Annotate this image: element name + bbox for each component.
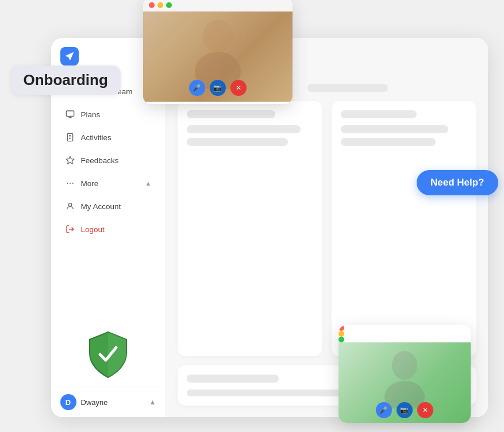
svg-point-0 bbox=[203, 20, 233, 52]
video-card-top: 🎤 📷 ✕ bbox=[143, 0, 293, 104]
my-account-label: My Account bbox=[81, 202, 121, 211]
window-controls-bottom bbox=[338, 325, 471, 342]
onboarding-label: Onboarding bbox=[24, 71, 108, 88]
dot-red bbox=[149, 2, 155, 8]
skeleton-card2-line1 bbox=[341, 125, 448, 133]
dot-yellow bbox=[157, 2, 163, 8]
logout-icon bbox=[65, 224, 75, 234]
skeleton-card2-line2 bbox=[341, 138, 436, 146]
video-button-top[interactable]: 📷 bbox=[210, 80, 226, 96]
video-button-bottom[interactable]: 📷 bbox=[397, 402, 413, 418]
svg-point-9 bbox=[72, 183, 73, 184]
sidebar-item-more[interactable]: More ▲ bbox=[56, 172, 161, 194]
video-thumbnail-bottom: 🎤 📷 ✕ bbox=[338, 342, 471, 423]
skeleton-bottom1-title bbox=[187, 375, 279, 383]
activities-label: Activities bbox=[81, 133, 111, 142]
skeleton-2 bbox=[307, 84, 388, 92]
dot-yellow-bottom bbox=[338, 331, 344, 337]
sidebar-item-plans[interactable]: Plans bbox=[56, 103, 161, 125]
mic-button-top[interactable]: 🎤 bbox=[189, 80, 205, 96]
shield-area bbox=[51, 318, 166, 387]
hangup-button-bottom[interactable]: ✕ bbox=[417, 402, 433, 418]
video-thumbnail-top: 🎤 📷 ✕ bbox=[143, 11, 293, 102]
logout-label: Logout bbox=[81, 225, 105, 234]
onboarding-badge: Onboarding bbox=[11, 65, 121, 95]
svg-point-10 bbox=[68, 203, 71, 206]
sidebar-item-logout[interactable]: Logout bbox=[56, 218, 161, 240]
svg-rect-4 bbox=[66, 111, 74, 116]
person-silhouette-top bbox=[183, 14, 252, 89]
content-card-1 bbox=[178, 101, 322, 356]
sidebar-item-activities[interactable]: Activities bbox=[56, 126, 161, 148]
feedbacks-icon bbox=[65, 155, 75, 165]
more-icon bbox=[65, 178, 75, 188]
svg-point-7 bbox=[67, 183, 68, 184]
video-controls-top: 🎤 📷 ✕ bbox=[189, 80, 247, 96]
svg-point-8 bbox=[70, 183, 71, 184]
dot-green-bottom bbox=[338, 337, 344, 342]
video-card-bottom: 🎤 📷 ✕ bbox=[338, 325, 471, 423]
skeleton-card1-title bbox=[187, 110, 275, 118]
user-info: D Dwayne bbox=[60, 394, 108, 410]
feedbacks-label: Feedbacks bbox=[81, 156, 119, 165]
user-chevron-icon[interactable]: ▲ bbox=[149, 398, 156, 406]
need-help-button[interactable]: Need Help? bbox=[417, 170, 498, 195]
window-controls-top bbox=[143, 0, 293, 11]
sidebar-item-feedbacks[interactable]: Feedbacks bbox=[56, 149, 161, 171]
outer-container: Onboarding Need Help? 🎤 📷 ✕ bbox=[17, 15, 488, 417]
video-controls-bottom: 🎤 📷 ✕ bbox=[376, 402, 433, 418]
more-label: More bbox=[81, 179, 99, 188]
skeleton-card1-line1 bbox=[187, 125, 301, 133]
skeleton-card1-line2 bbox=[187, 138, 288, 146]
sidebar-footer: D Dwayne ▲ bbox=[51, 387, 166, 417]
plans-icon bbox=[65, 109, 75, 119]
svg-marker-6 bbox=[66, 156, 74, 164]
person-silhouette-bottom bbox=[376, 345, 433, 408]
more-chevron-icon: ▲ bbox=[145, 180, 152, 187]
user-name: Dwayne bbox=[81, 398, 108, 407]
skeleton-card2-title bbox=[341, 110, 417, 118]
plans-label: Plans bbox=[81, 110, 101, 119]
dot-green-top bbox=[166, 2, 172, 8]
user-avatar: D bbox=[60, 394, 76, 410]
content-grid bbox=[178, 101, 476, 356]
sidebar-nav: Partner's Team Plans Activities bbox=[51, 75, 166, 318]
my-account-icon bbox=[65, 201, 75, 211]
content-card-2 bbox=[332, 101, 476, 356]
mic-button-bottom[interactable]: 🎤 bbox=[376, 402, 392, 418]
logo-icon bbox=[64, 51, 75, 61]
shield-icon bbox=[85, 329, 131, 381]
activities-icon bbox=[65, 132, 75, 142]
svg-point-12 bbox=[392, 351, 417, 380]
sidebar-item-my-account[interactable]: My Account bbox=[56, 195, 161, 217]
hangup-button-top[interactable]: ✕ bbox=[230, 80, 247, 96]
app-logo bbox=[60, 47, 79, 65]
